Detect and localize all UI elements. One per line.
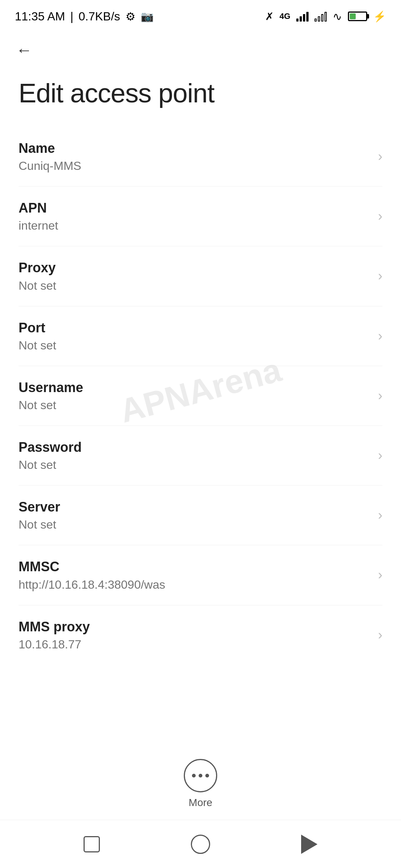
nav-home-icon: [191, 835, 210, 854]
settings-item-proxy[interactable]: Proxy Not set ›: [19, 246, 382, 306]
back-arrow-icon: ←: [16, 41, 32, 59]
settings-label-name: Name: [19, 140, 371, 156]
more-label: More: [189, 797, 212, 809]
settings-label-proxy: Proxy: [19, 260, 371, 276]
chevron-icon-server: ›: [378, 507, 382, 523]
settings-value-password: Not set: [19, 458, 371, 472]
settings-item-mms-proxy-content: MMS proxy 10.16.18.77: [19, 619, 371, 651]
settings-value-server: Not set: [19, 518, 371, 532]
settings-item-name-content: Name Cuniq-MMS: [19, 140, 371, 173]
battery-box: [348, 11, 367, 21]
status-left: 11:35 AM | 0.7KB/s ⚙ 📷: [15, 10, 154, 23]
more-circle-icon: [184, 759, 217, 792]
settings-value-apn: internet: [19, 219, 371, 233]
settings-label-username: Username: [19, 379, 371, 395]
wifi-icon: ∿: [333, 10, 342, 23]
network-4g-icon: 4G: [280, 11, 290, 21]
signal-bars-2: [314, 11, 327, 22]
charging-icon: ⚡: [373, 10, 386, 23]
chevron-icon-mmsc: ›: [378, 567, 382, 583]
nav-recents-icon: [84, 836, 100, 852]
settings-label-apn: APN: [19, 200, 371, 216]
settings-label-port: Port: [19, 320, 371, 336]
bluetooth-icon: ✗: [265, 10, 274, 23]
settings-value-port: Not set: [19, 339, 371, 352]
page-title: Edit access point: [19, 78, 214, 108]
settings-item-username-content: Username Not set: [19, 379, 371, 412]
status-bar: 11:35 AM | 0.7KB/s ⚙ 📷 ✗ 4G ∿ ⚡: [0, 0, 401, 30]
chevron-icon-password: ›: [378, 448, 382, 463]
settings-value-username: Not set: [19, 398, 371, 412]
settings-value-name: Cuniq-MMS: [19, 159, 371, 173]
chevron-icon-proxy: ›: [378, 268, 382, 284]
settings-label-mms-proxy: MMS proxy: [19, 619, 371, 635]
page-title-section: Edit access point: [0, 67, 401, 127]
speed-display: 0.7KB/s: [79, 10, 120, 23]
chevron-icon-mms-proxy: ›: [378, 627, 382, 643]
settings-item-apn[interactable]: APN internet ›: [19, 187, 382, 246]
settings-item-server[interactable]: Server Not set ›: [19, 486, 382, 545]
dot-3: [205, 774, 209, 777]
chevron-icon-name: ›: [378, 149, 382, 164]
settings-list: Name Cuniq-MMS › APN internet › Proxy No…: [0, 127, 401, 665]
status-right: ✗ 4G ∿ ⚡: [265, 10, 386, 23]
settings-item-name[interactable]: Name Cuniq-MMS ›: [19, 127, 382, 187]
nav-recents-button[interactable]: [77, 829, 107, 859]
separator: |: [70, 10, 73, 23]
more-section[interactable]: More: [184, 759, 217, 809]
nav-home-button[interactable]: [186, 829, 215, 859]
chevron-icon-username: ›: [378, 388, 382, 404]
settings-label-mmsc: MMSC: [19, 559, 371, 575]
dot-2: [199, 774, 202, 777]
chevron-icon-port: ›: [378, 328, 382, 344]
settings-label-password: Password: [19, 439, 371, 455]
settings-value-mms-proxy: 10.16.18.77: [19, 638, 371, 651]
settings-item-server-content: Server Not set: [19, 499, 371, 532]
dot-1: [192, 774, 196, 777]
settings-item-password-content: Password Not set: [19, 439, 371, 472]
settings-item-apn-content: APN internet: [19, 200, 371, 233]
toolbar: ←: [0, 30, 401, 67]
time-display: 11:35 AM: [15, 10, 65, 23]
signal-bars-1: [296, 11, 309, 22]
settings-item-mms-proxy[interactable]: MMS proxy 10.16.18.77 ›: [19, 605, 382, 665]
settings-value-proxy: Not set: [19, 279, 371, 293]
settings-item-mmsc-content: MMSC http://10.16.18.4:38090/was: [19, 559, 371, 591]
nav-back-icon: [301, 835, 317, 854]
video-icon: 📷: [141, 10, 154, 23]
nav-back-button[interactable]: [294, 829, 324, 859]
settings-item-mmsc[interactable]: MMSC http://10.16.18.4:38090/was ›: [19, 545, 382, 605]
settings-item-proxy-content: Proxy Not set: [19, 260, 371, 292]
battery-fill: [350, 13, 356, 19]
settings-item-username[interactable]: Username Not set ›: [19, 366, 382, 426]
more-dots: [192, 774, 209, 777]
settings-item-port[interactable]: Port Not set ›: [19, 306, 382, 366]
settings-item-password[interactable]: Password Not set ›: [19, 426, 382, 486]
chevron-icon-apn: ›: [378, 208, 382, 224]
nav-bar: [0, 820, 401, 868]
settings-icon: ⚙: [125, 10, 136, 23]
settings-value-mmsc: http://10.16.18.4:38090/was: [19, 578, 371, 592]
back-button[interactable]: ←: [11, 37, 37, 63]
battery-container: [348, 11, 367, 21]
settings-item-port-content: Port Not set: [19, 320, 371, 352]
settings-label-server: Server: [19, 499, 371, 515]
